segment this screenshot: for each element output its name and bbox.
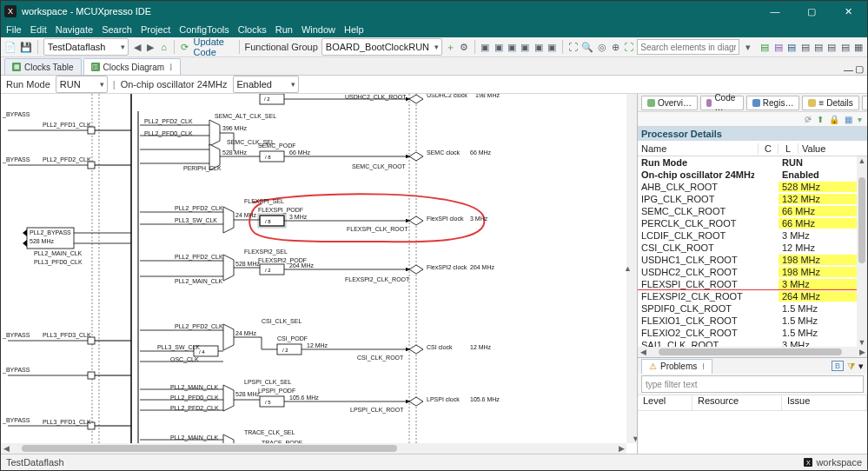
view-registers[interactable]: Regis… [746,96,800,110]
update-code-button[interactable]: Update Code [193,36,233,57]
diagram-hscroll[interactable]: ◀▶ [1,443,626,454]
table-row[interactable]: CSI_CLK_ROOT12 MHz [638,242,867,254]
col-c[interactable]: C [758,143,778,154]
functional-group-combo[interactable]: BOARD_BootClockRUN [321,38,442,56]
menu-icon[interactable]: ▾ [858,115,862,124]
tb-right-5[interactable]: ▤ [813,40,823,54]
filter-toggle-icon[interactable]: B [832,361,844,371]
table-row[interactable]: Run ModeRUN [638,156,867,169]
nav-fwd-icon[interactable]: ▶ [146,40,156,54]
tb-right-1[interactable]: ▤ [760,40,770,54]
table-row[interactable]: On-chip oscillator 24MHzEnabled [638,169,867,181]
perspective-icon[interactable]: ▦ [854,40,864,54]
home-icon[interactable]: ⌂ [159,40,169,54]
table-row[interactable]: LCDIF_CLK_ROOT3 MHz [638,229,867,242]
menu-window[interactable]: Window [301,24,335,35]
tb-icon-4[interactable]: ▣ [520,40,530,54]
menu-edit[interactable]: Edit [30,24,47,35]
project-combo[interactable]: TestDataflash [43,38,129,56]
details-vscroll[interactable]: ▲▼ [857,156,867,347]
zoom-in-icon[interactable]: 🔍 [581,40,593,54]
table-row[interactable]: SEMC_CLK_ROOT66 MHz [638,205,867,217]
tb-icon-3[interactable]: ▣ [507,40,516,54]
col-resource[interactable]: Resource [692,395,782,410]
maximize-button[interactable]: ▢ [796,1,827,22]
table-row[interactable]: IPG_CLK_ROOT132 MHz [638,193,867,205]
osc-combo[interactable]: Enabled [233,76,299,93]
maximize-view-icon[interactable]: ▢ [855,63,864,75]
tb-icon-6[interactable]: ▣ [547,40,557,54]
tb-right-6[interactable]: ▤ [827,40,837,54]
tb-right-3[interactable]: ▤ [787,40,797,54]
view-clock[interactable]: Clock… [862,96,867,110]
problems-filter-input[interactable]: type filter text [641,375,864,393]
refresh-icon[interactable]: ⟳ [180,40,189,54]
diagram-vscroll[interactable]: ▲▼ [626,94,637,443]
table-row[interactable]: FLEXSPI_CLK_ROOT3 MHz [638,278,867,290]
tb-icon-2[interactable]: ▣ [494,40,503,54]
close-tab-icon[interactable]: ⁞ [169,62,173,73]
run-mode-combo[interactable]: RUN [56,76,108,93]
tb-right-7[interactable]: ▤ [840,40,850,54]
problems-body[interactable] [638,411,867,454]
col-l[interactable]: L [778,143,798,154]
funnel-icon[interactable]: ⧩ [847,361,855,372]
tab-clocks-diagram[interactable]: ◫ Clocks Diagram ⁞ [83,58,182,75]
col-name[interactable]: Name [638,143,758,154]
menu-run[interactable]: Run [275,24,293,35]
minimize-button[interactable]: — [759,1,791,22]
table-row[interactable]: FLEXSPI2_CLK_ROOT264 MHz [638,290,867,302]
tb-icon-5[interactable]: ▣ [533,40,543,54]
tb-right-4[interactable]: ▤ [800,40,810,54]
tb-icon-1[interactable]: ▣ [480,40,490,54]
tb-right-2[interactable]: ▤ [773,40,783,54]
tab-problems[interactable]: ⚠ Problems ⁞ [641,359,712,374]
details-hscroll[interactable]: ◀▶ [638,347,867,357]
col-value[interactable]: Value [798,143,867,154]
table-row[interactable]: AHB_CLK_ROOT528 MHz [638,181,867,193]
table-row[interactable]: SAI1_CLK_ROOT3 MHz [638,339,867,347]
menu-search[interactable]: Search [102,24,132,35]
menu-navigate[interactable]: Navigate [56,24,93,35]
nav-back-icon[interactable]: ◀ [132,40,142,54]
save-icon[interactable]: 💾 [20,40,32,54]
menu-file[interactable]: File [6,24,22,35]
table-row[interactable]: SPDIF0_CLK_ROOT1.5 MHz [638,302,867,315]
menu-project[interactable]: Project [141,24,170,35]
view-details[interactable]: ≡ Details [802,96,858,110]
menu-clocks[interactable]: Clocks [238,24,267,35]
close-button[interactable]: ✕ [832,1,864,22]
expand-icon[interactable]: ⛶ [624,40,633,54]
search-field[interactable] [637,39,739,55]
close-tab-icon[interactable]: ⁞ [702,362,705,371]
clock-diagram-pane[interactable]: / 2 / 8 [1,94,637,454]
table-row[interactable]: PERCLK_CLK_ROOT66 MHz [638,217,867,229]
col-issue[interactable]: Issue [782,395,867,410]
clock-diagram[interactable]: / 2 / 8 [1,94,626,443]
lock-icon[interactable]: 🔒 [829,115,839,124]
collapse-icon[interactable]: ⬆ [817,115,824,124]
refresh-off-icon[interactable]: ⟳̸ [805,115,812,124]
status-workspace[interactable]: workspace [816,457,862,468]
tab-clocks-table[interactable]: ▦ Clocks Table [4,58,82,75]
table-row[interactable]: FLEXIO1_CLK_ROOT1.5 MHz [638,315,867,327]
target-icon[interactable]: ◎ [597,40,606,54]
zoom-100-icon[interactable]: ⊕ [611,40,620,54]
table-row[interactable]: USDHC1_CLK_ROOT198 MHz [638,254,867,266]
col-level[interactable]: Level [638,395,692,410]
fg-gear-icon[interactable]: ⚙ [459,40,468,54]
table-row[interactable]: USDHC2_CLK_ROOT198 MHz [638,266,867,278]
new-icon[interactable]: 📄 [4,40,17,54]
menu-icon[interactable]: ▾ [858,361,864,372]
grid-icon[interactable]: ▦ [845,115,852,124]
chevron-down-icon[interactable]: ▾ [743,40,752,54]
minimize-view-icon[interactable]: — [844,64,853,75]
table-row[interactable]: FLEXIO2_CLK_ROOT1.5 MHz [638,327,867,339]
fg-add-icon[interactable]: ＋ [446,40,455,54]
view-code[interactable]: Code … [700,96,744,110]
view-overview[interactable]: Overvi… [641,96,698,110]
menu-configtools[interactable]: ConfigTools [179,24,229,35]
zoom-fit-icon[interactable]: ⛶ [568,40,578,54]
menu-help[interactable]: Help [344,24,364,35]
details-table[interactable]: Run ModeRUNOn-chip oscillator 24MHzEnabl… [638,156,867,347]
